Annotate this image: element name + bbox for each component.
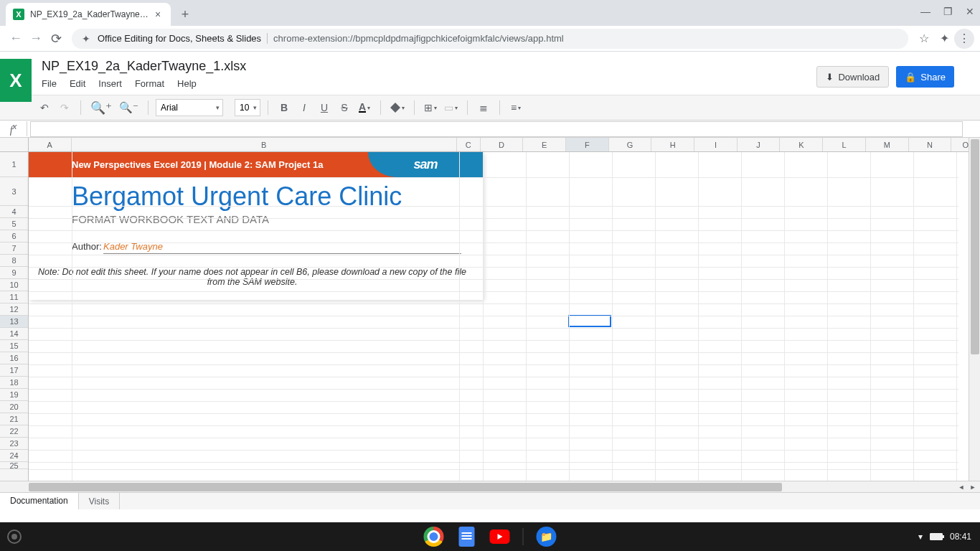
menu-file[interactable]: File xyxy=(42,78,57,89)
underline-icon[interactable]: U xyxy=(316,99,333,116)
tab-close-icon[interactable]: × xyxy=(152,9,164,20)
system-tray[interactable]: ▾ 08:41 xyxy=(918,532,971,542)
reload-button[interactable]: ⟳ xyxy=(46,29,66,49)
col-header-M[interactable]: M xyxy=(866,138,909,151)
col-header-L[interactable]: L xyxy=(823,138,866,151)
sheet-tab-bar: Documentation Visits xyxy=(0,492,980,509)
row-header-22[interactable]: 22 xyxy=(0,425,28,438)
extensions-icon[interactable]: ✦ xyxy=(934,29,954,49)
row-header-7[interactable]: 7 xyxy=(0,242,28,255)
vertical-scrollbar[interactable] xyxy=(969,138,980,481)
row-header-5[interactable]: 5 xyxy=(0,218,28,230)
row-header-13[interactable]: 13 xyxy=(0,316,28,328)
col-header-H[interactable]: H xyxy=(651,138,694,151)
new-tab-button[interactable]: + xyxy=(175,4,195,24)
row-header-16[interactable]: 16 xyxy=(0,352,28,364)
scroll-left-icon[interactable]: ◄ xyxy=(956,481,967,493)
menu-help[interactable]: Help xyxy=(177,78,197,89)
horizontal-scrollbar[interactable]: ◄ ► xyxy=(0,481,980,492)
row-header-20[interactable]: 20 xyxy=(0,401,28,413)
browser-tab[interactable]: X NP_EX19_2a_KaderTwayne_1.xl × xyxy=(6,3,171,26)
launcher-button[interactable] xyxy=(0,529,29,544)
menu-insert[interactable]: Insert xyxy=(98,78,122,89)
cells-area[interactable]: New Perspectives Excel 2019 | Module 2: … xyxy=(29,152,980,481)
browser-menu-icon[interactable]: ⋮ xyxy=(954,29,974,49)
row-header-4[interactable]: 4 xyxy=(0,206,28,218)
workbook-subtitle: FORMAT WORKBOOK TEXT AND DATA xyxy=(72,213,483,225)
col-header-D[interactable]: D xyxy=(481,138,524,151)
address-bar[interactable]: ✦ Office Editing for Docs, Sheets & Slid… xyxy=(72,29,908,49)
borders-icon[interactable]: ⊞ xyxy=(422,99,439,116)
extension-name: Office Editing for Docs, Sheets & Slides xyxy=(98,33,268,44)
sheet-tab-visits[interactable]: Visits xyxy=(79,493,120,509)
row-header-14[interactable]: 14 xyxy=(0,328,28,340)
undo-icon[interactable]: ↶ xyxy=(36,99,53,116)
document-filename[interactable]: NP_EX19_2a_KaderTwayne_1.xlsx xyxy=(42,59,816,74)
clock: 08:41 xyxy=(950,532,971,542)
row-header-10[interactable]: 10 xyxy=(0,279,28,291)
col-header-C[interactable]: C xyxy=(457,138,481,151)
bookmark-star-icon[interactable]: ☆ xyxy=(914,29,934,49)
row-header-3[interactable]: 3 xyxy=(0,177,28,206)
fill-color-icon[interactable] xyxy=(388,99,407,116)
select-all-corner[interactable] xyxy=(0,138,29,151)
col-header-K[interactable]: K xyxy=(780,138,823,151)
maximize-icon[interactable]: ❐ xyxy=(943,6,953,17)
row-header-18[interactable]: 18 xyxy=(0,377,28,389)
zoom-out-icon[interactable]: 🔍⁻ xyxy=(117,99,141,116)
row-header-19[interactable]: 19 xyxy=(0,389,28,401)
forward-button: → xyxy=(26,29,46,49)
menu-edit[interactable]: Edit xyxy=(70,78,85,89)
row-header-15[interactable]: 15 xyxy=(0,340,28,352)
col-header-B[interactable]: B xyxy=(72,138,457,151)
col-header-N[interactable]: N xyxy=(909,138,952,151)
col-header-E[interactable]: E xyxy=(523,138,566,151)
strikethrough-icon[interactable]: S xyxy=(336,99,353,116)
col-header-A[interactable]: A xyxy=(29,138,72,151)
banner-logo-area: sam xyxy=(368,152,483,177)
documentation-content: New Perspectives Excel 2019 | Module 2: … xyxy=(29,152,483,300)
font-size-select[interactable]: 10 xyxy=(235,99,260,116)
taskbar-files-icon[interactable]: 📁 xyxy=(537,527,557,547)
zoom-in-icon[interactable]: 🔍⁺ xyxy=(88,99,114,116)
row-header-9[interactable]: 9 xyxy=(0,267,28,279)
row-header-21[interactable]: 21 xyxy=(0,413,28,425)
taskbar-youtube-icon[interactable] xyxy=(490,527,510,547)
sheet-tab-documentation[interactable]: Documentation xyxy=(0,493,79,510)
col-header-F[interactable]: F xyxy=(566,138,609,151)
row-headers: 1345678910111213141516171819202122232425 xyxy=(0,152,29,481)
taskbar-docs-icon[interactable] xyxy=(457,527,477,547)
col-header-I[interactable]: I xyxy=(694,138,738,151)
share-button[interactable]: 🔒 Share xyxy=(896,66,954,88)
italic-icon[interactable]: I xyxy=(296,99,313,116)
row-header-12[interactable]: 12 xyxy=(0,303,28,316)
minimize-icon[interactable]: — xyxy=(920,6,930,17)
download-button[interactable]: ⬇ Download xyxy=(816,66,889,88)
row-header-8[interactable]: 8 xyxy=(0,255,28,267)
formatting-toolbar: ↶ ↷ 🔍⁺ 🔍⁻ Arial 10 B I U S A ⊞ ▭ ≣ ≡ xyxy=(0,95,980,121)
menu-format[interactable]: Format xyxy=(135,78,164,89)
row-header-1[interactable]: 1 xyxy=(0,152,28,177)
formula-input[interactable] xyxy=(30,121,963,137)
font-family-select[interactable]: Arial xyxy=(156,99,223,116)
row-header-24[interactable]: 24 xyxy=(0,450,28,462)
wrap-text-icon[interactable]: ≣ xyxy=(475,99,492,116)
taskbar-chrome-icon[interactable] xyxy=(424,527,444,547)
row-header-17[interactable]: 17 xyxy=(0,364,28,377)
row-header-6[interactable]: 6 xyxy=(0,230,28,242)
row-header-23[interactable]: 23 xyxy=(0,438,28,450)
text-color-icon[interactable]: A xyxy=(356,99,373,116)
scroll-right-icon[interactable]: ► xyxy=(967,481,979,493)
close-window-icon[interactable]: ✕ xyxy=(966,6,974,17)
sam-logo-icon: sam xyxy=(413,157,437,172)
align-icon[interactable]: ≡ xyxy=(507,99,524,116)
tab-favicon-icon: X xyxy=(13,9,24,20)
row-header-25[interactable]: 25 xyxy=(0,462,28,469)
col-header-J[interactable]: J xyxy=(738,138,781,151)
back-button[interactable]: ← xyxy=(6,29,26,49)
bold-icon[interactable]: B xyxy=(275,99,293,116)
col-header-G[interactable]: G xyxy=(609,138,652,151)
row-header-11[interactable]: 11 xyxy=(0,291,28,303)
redo-icon[interactable]: ↷ xyxy=(56,99,73,116)
merge-cells-icon[interactable]: ▭ xyxy=(442,99,460,116)
